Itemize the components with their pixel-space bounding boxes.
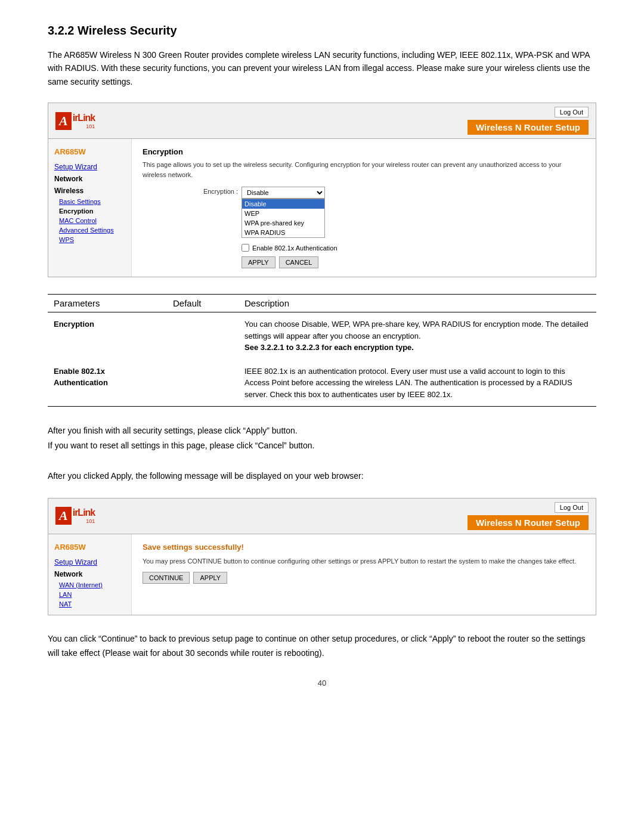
sidebar-model-1: AR685W bbox=[48, 145, 131, 161]
sidebar2-item-nat[interactable]: NAT bbox=[48, 599, 131, 609]
sidebar-item-network[interactable]: Network bbox=[48, 173, 131, 185]
sidebar2-item-wan[interactable]: WAN (Internet) bbox=[48, 580, 131, 590]
checkbox-control: Enable 802.1x Authentication bbox=[242, 241, 585, 252]
sidebar-item-advanced-settings[interactable]: Advanced Settings bbox=[48, 225, 131, 235]
router-logo-2: A irLink 101 bbox=[55, 507, 95, 525]
logo-irlink-2: irLink bbox=[73, 507, 95, 518]
main-content-2: Save settings successfully! You may pres… bbox=[132, 534, 596, 615]
logo-101: 101 bbox=[74, 123, 95, 129]
col-description: Description bbox=[239, 295, 596, 312]
dropdown-item-wpa-psk[interactable]: WPA pre-shared key bbox=[242, 218, 324, 228]
encryption-form-row: Encryption : Disable WEP WPA pre-shared … bbox=[143, 187, 585, 238]
encryption-select[interactable]: Disable WEP WPA pre-shared key WPA RADIU… bbox=[242, 187, 325, 199]
router-box-1: A irLink 101 Log Out Wireless N Router S… bbox=[48, 103, 596, 277]
header-right-1: Log Out Wireless N Router Setup bbox=[467, 107, 589, 135]
logo-a: A bbox=[55, 112, 72, 130]
sidebar-item-mac-control[interactable]: MAC Control bbox=[48, 216, 131, 225]
enable-8021x-text: Enable 802.1x Authentication bbox=[252, 244, 338, 252]
after-text: After you finish with all security setti… bbox=[48, 423, 596, 484]
sidebar-item-wps[interactable]: WPS bbox=[48, 235, 131, 244]
page-number: 40 bbox=[48, 679, 596, 688]
table-row: Enable 802.1x Authentication IEEE 802.1x… bbox=[48, 360, 596, 407]
enable-8021x-label[interactable]: Enable 802.1x Authentication bbox=[242, 244, 585, 252]
dropdown-item-disable[interactable]: Disable bbox=[242, 199, 324, 209]
after-line1: After you finish with all security setti… bbox=[48, 423, 596, 438]
param-bold-note-1: See 3.2.2.1 to 3.2.2.3 for each encrypti… bbox=[244, 343, 414, 352]
after-line3: After you clicked Apply, the following m… bbox=[48, 469, 596, 484]
param-name-encryption: Encryption bbox=[48, 312, 167, 360]
encryption-section-desc: This page allows you to set up the wirel… bbox=[143, 160, 585, 179]
sidebar2-item-setup-wizard[interactable]: Setup Wizard bbox=[48, 556, 131, 568]
encryption-label: Encryption : bbox=[143, 187, 238, 195]
sidebar2-item-lan[interactable]: LAN bbox=[48, 590, 131, 599]
router-title-1: Wireless N Router Setup bbox=[467, 120, 589, 135]
param-desc-text-1: You can choose Disable, WEP, WPA pre-sha… bbox=[244, 320, 588, 340]
param-name-8021x: Enable 802.1x Authentication bbox=[48, 360, 167, 407]
router-body-1: AR685W Setup Wizard Network Wireless Bas… bbox=[48, 139, 596, 277]
checkbox-label-spacer bbox=[143, 241, 238, 243]
intro-text: The AR685W Wireless N 300 Green Router p… bbox=[48, 48, 596, 88]
logo-a-2: A bbox=[55, 507, 72, 525]
sidebar-2: AR685W Setup Wizard Network WAN (Interne… bbox=[48, 534, 132, 615]
continue-button[interactable]: CONTINUE bbox=[143, 572, 190, 584]
logo-irlink: irLink bbox=[73, 113, 95, 123]
sidebar-model-2: AR685W bbox=[48, 540, 131, 556]
encryption-dropdown-list: Disable WEP WPA pre-shared key WPA RADIU… bbox=[242, 199, 325, 238]
param-desc-encryption: You can choose Disable, WEP, WPA pre-sha… bbox=[239, 312, 596, 360]
sidebar-item-wireless[interactable]: Wireless bbox=[48, 185, 131, 197]
sidebar-item-encryption[interactable]: Encryption bbox=[48, 206, 131, 216]
sidebar-item-basic-settings[interactable]: Basic Settings bbox=[48, 197, 131, 206]
continue-btn-row: CONTINUE APPLY bbox=[143, 572, 585, 584]
col-parameters: Parameters bbox=[48, 295, 167, 312]
sidebar-item-setup-wizard[interactable]: Setup Wizard bbox=[48, 161, 131, 173]
save-desc-text: You may press CONTINUE button to continu… bbox=[143, 556, 585, 566]
section-title: 3.2.2 Wireless Security bbox=[48, 24, 596, 38]
router-title-2: Wireless N Router Setup bbox=[467, 515, 589, 530]
after-line2: If you want to reset all settings in thi… bbox=[48, 438, 596, 453]
sidebar-1: AR685W Setup Wizard Network Wireless Bas… bbox=[48, 139, 132, 277]
table-row: Encryption You can choose Disable, WEP, … bbox=[48, 312, 596, 360]
save-success-text: Save settings successfully! bbox=[143, 543, 585, 552]
sidebar2-item-network[interactable]: Network bbox=[48, 568, 131, 580]
header-right-2: Log Out Wireless N Router Setup bbox=[467, 502, 589, 530]
router-logo-1: A irLink 101 bbox=[55, 112, 95, 130]
apply-button-2[interactable]: APPLY bbox=[193, 572, 227, 584]
checkbox-form-row: Enable 802.1x Authentication bbox=[143, 241, 585, 252]
main-content-1: Encryption This page allows you to set u… bbox=[132, 139, 596, 277]
logo-101-2: 101 bbox=[74, 518, 95, 524]
router-body-2: AR685W Setup Wizard Network WAN (Interne… bbox=[48, 534, 596, 615]
dropdown-item-wep[interactable]: WEP bbox=[242, 209, 324, 218]
router-header-1: A irLink 101 Log Out Wireless N Router S… bbox=[48, 103, 596, 139]
encryption-section-title: Encryption bbox=[143, 147, 585, 156]
log-out-button-1[interactable]: Log Out bbox=[555, 107, 589, 117]
apply-button-1[interactable]: APPLY bbox=[242, 256, 275, 268]
params-table: Parameters Default Description Encryptio… bbox=[48, 294, 596, 407]
param-desc-8021x: IEEE 802.1x is an authentication protoco… bbox=[239, 360, 596, 407]
col-default: Default bbox=[167, 295, 239, 312]
param-default-8021x bbox=[167, 360, 239, 407]
cancel-button-1[interactable]: CANCEL bbox=[279, 256, 319, 268]
enable-8021x-checkbox[interactable] bbox=[242, 244, 249, 252]
log-out-button-2[interactable]: Log Out bbox=[555, 502, 589, 513]
dropdown-item-wpa-radius[interactable]: WPA RADIUS bbox=[242, 228, 324, 237]
form-buttons: APPLY CANCEL bbox=[242, 256, 585, 268]
router-header-2: A irLink 101 Log Out Wireless N Router S… bbox=[48, 498, 596, 534]
param-default-encryption bbox=[167, 312, 239, 360]
final-text: You can click “Continue” to back to prev… bbox=[48, 632, 596, 661]
encryption-control: Disable WEP WPA pre-shared key WPA RADIU… bbox=[242, 187, 585, 238]
router-box-2: A irLink 101 Log Out Wireless N Router S… bbox=[48, 498, 596, 615]
